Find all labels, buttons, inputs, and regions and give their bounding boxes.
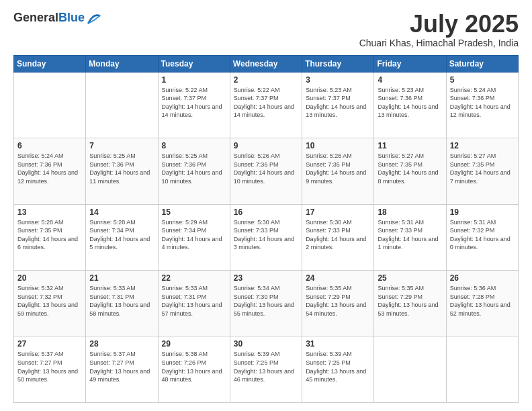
day-info: Sunrise: 5:31 AM Sunset: 7:33 PM Dayligh… (378, 218, 442, 252)
table-row: 4 Sunrise: 5:23 AM Sunset: 7:36 PM Dayli… (374, 72, 446, 138)
day-info: Sunrise: 5:24 AM Sunset: 7:36 PM Dayligh… (17, 152, 82, 185)
daylight-text: Daylight: 14 hours and 5 minutes. (89, 236, 150, 251)
day-info: Sunrise: 5:33 AM Sunset: 7:31 PM Dayligh… (89, 284, 154, 318)
table-row: 18 Sunrise: 5:31 AM Sunset: 7:33 PM Dayl… (374, 204, 446, 270)
page: GeneralBlue July 2025 Chuari Khas, Himac… (0, 0, 532, 411)
daylight-text: Daylight: 14 hours and 6 minutes. (17, 236, 78, 251)
day-number: 5 (450, 75, 515, 85)
title-block: July 2025 Chuari Khas, Himachal Pradesh,… (359, 11, 519, 48)
day-number: 19 (450, 208, 515, 217)
day-info: Sunrise: 5:22 AM Sunset: 7:37 PM Dayligh… (234, 86, 298, 120)
day-number: 7 (89, 141, 154, 150)
sunrise-text: Sunrise: 5:23 AM (378, 87, 424, 93)
sunrise-text: Sunrise: 5:27 AM (378, 152, 424, 159)
logo-general: GeneralBlue (13, 11, 85, 25)
day-number: 26 (450, 273, 515, 283)
day-info: Sunrise: 5:29 AM Sunset: 7:34 PM Dayligh… (162, 218, 226, 252)
table-row: 1 Sunrise: 5:22 AM Sunset: 7:37 PM Dayli… (158, 72, 230, 138)
sunset-text: Sunset: 7:36 PM (17, 161, 62, 168)
day-number: 15 (162, 208, 226, 217)
sunset-text: Sunset: 7:31 PM (89, 293, 134, 300)
sunset-text: Sunset: 7:30 PM (234, 293, 279, 300)
daylight-text: Daylight: 14 hours and 3 minutes. (234, 236, 294, 251)
day-number: 31 (306, 339, 370, 349)
daylight-text: Daylight: 13 hours and 49 minutes. (89, 368, 150, 383)
sunset-text: Sunset: 7:26 PM (162, 359, 207, 366)
table-row: 23 Sunrise: 5:34 AM Sunset: 7:30 PM Dayl… (230, 271, 302, 336)
sunset-text: Sunset: 7:36 PM (450, 95, 495, 101)
sunset-text: Sunset: 7:36 PM (162, 161, 207, 168)
table-row: 26 Sunrise: 5:36 AM Sunset: 7:28 PM Dayl… (446, 271, 518, 336)
calendar-week-row: 1 Sunrise: 5:22 AM Sunset: 7:37 PM Dayli… (14, 72, 519, 138)
daylight-text: Daylight: 14 hours and 12 minutes. (450, 103, 511, 119)
col-thursday: Thursday (302, 55, 374, 72)
table-row (446, 336, 518, 403)
table-row: 13 Sunrise: 5:28 AM Sunset: 7:35 PM Dayl… (14, 204, 86, 270)
daylight-text: Daylight: 14 hours and 2 minutes. (306, 236, 366, 251)
table-row: 5 Sunrise: 5:24 AM Sunset: 7:36 PM Dayli… (446, 72, 518, 138)
sunrise-text: Sunrise: 5:36 AM (450, 285, 496, 291)
daylight-text: Daylight: 14 hours and 10 minutes. (234, 169, 294, 185)
sunset-text: Sunset: 7:35 PM (17, 227, 62, 234)
table-row: 30 Sunrise: 5:39 AM Sunset: 7:25 PM Dayl… (230, 336, 302, 403)
sunrise-text: Sunrise: 5:28 AM (89, 219, 136, 226)
day-info: Sunrise: 5:23 AM Sunset: 7:37 PM Dayligh… (306, 86, 370, 120)
sunrise-text: Sunrise: 5:32 AM (17, 285, 64, 291)
table-row: 27 Sunrise: 5:37 AM Sunset: 7:27 PM Dayl… (14, 336, 86, 403)
daylight-text: Daylight: 13 hours and 46 minutes. (234, 368, 294, 383)
day-number: 10 (306, 141, 370, 150)
daylight-text: Daylight: 14 hours and 12 minutes. (17, 169, 78, 185)
table-row: 25 Sunrise: 5:35 AM Sunset: 7:29 PM Dayl… (374, 271, 446, 336)
day-number: 23 (234, 273, 298, 283)
table-row (374, 336, 446, 403)
day-info: Sunrise: 5:35 AM Sunset: 7:29 PM Dayligh… (378, 284, 442, 318)
sunset-text: Sunset: 7:34 PM (162, 227, 207, 234)
sunrise-text: Sunrise: 5:39 AM (306, 351, 352, 357)
sunrise-text: Sunrise: 5:25 AM (162, 152, 208, 159)
day-info: Sunrise: 5:22 AM Sunset: 7:37 PM Dayligh… (162, 86, 226, 120)
sunset-text: Sunset: 7:29 PM (306, 293, 351, 300)
day-number: 29 (162, 339, 226, 349)
daylight-text: Daylight: 14 hours and 11 minutes. (89, 169, 150, 185)
col-wednesday: Wednesday (230, 55, 302, 72)
sunset-text: Sunset: 7:31 PM (162, 293, 207, 300)
daylight-text: Daylight: 13 hours and 58 minutes. (89, 302, 150, 317)
day-info: Sunrise: 5:28 AM Sunset: 7:34 PM Dayligh… (89, 218, 154, 252)
day-info: Sunrise: 5:37 AM Sunset: 7:27 PM Dayligh… (17, 350, 82, 383)
table-row: 29 Sunrise: 5:38 AM Sunset: 7:26 PM Dayl… (158, 336, 230, 403)
day-info: Sunrise: 5:27 AM Sunset: 7:35 PM Dayligh… (378, 152, 442, 185)
day-info: Sunrise: 5:27 AM Sunset: 7:35 PM Dayligh… (450, 152, 515, 185)
day-number: 24 (306, 273, 370, 283)
table-row: 19 Sunrise: 5:31 AM Sunset: 7:32 PM Dayl… (446, 204, 518, 270)
sunrise-text: Sunrise: 5:22 AM (162, 87, 208, 93)
day-info: Sunrise: 5:33 AM Sunset: 7:31 PM Dayligh… (162, 284, 226, 318)
day-number: 30 (234, 339, 298, 349)
month-title: July 2025 (359, 11, 519, 38)
col-sunday: Sunday (14, 55, 86, 72)
sunrise-text: Sunrise: 5:33 AM (89, 285, 136, 291)
day-info: Sunrise: 5:30 AM Sunset: 7:33 PM Dayligh… (234, 218, 298, 252)
day-number: 11 (378, 141, 442, 150)
daylight-text: Daylight: 13 hours and 55 minutes. (234, 302, 294, 317)
sunrise-text: Sunrise: 5:25 AM (89, 152, 136, 159)
sunset-text: Sunset: 7:35 PM (306, 161, 351, 168)
sunrise-text: Sunrise: 5:24 AM (17, 152, 64, 159)
day-info: Sunrise: 5:24 AM Sunset: 7:36 PM Dayligh… (450, 86, 515, 120)
calendar-header-row: Sunday Monday Tuesday Wednesday Thursday… (14, 55, 519, 72)
daylight-text: Daylight: 14 hours and 13 minutes. (306, 103, 366, 119)
table-row: 28 Sunrise: 5:37 AM Sunset: 7:27 PM Dayl… (86, 336, 158, 403)
sunset-text: Sunset: 7:37 PM (162, 95, 207, 101)
day-number: 4 (378, 75, 442, 85)
col-saturday: Saturday (446, 55, 518, 72)
sunrise-text: Sunrise: 5:31 AM (378, 219, 424, 226)
sunrise-text: Sunrise: 5:37 AM (89, 351, 136, 357)
table-row: 15 Sunrise: 5:29 AM Sunset: 7:34 PM Dayl… (158, 204, 230, 270)
calendar-table: Sunday Monday Tuesday Wednesday Thursday… (13, 55, 519, 403)
day-number: 3 (306, 75, 370, 85)
day-info: Sunrise: 5:25 AM Sunset: 7:36 PM Dayligh… (89, 152, 154, 185)
sunrise-text: Sunrise: 5:35 AM (378, 285, 424, 291)
col-tuesday: Tuesday (158, 55, 230, 72)
location: Chuari Khas, Himachal Pradesh, India (359, 38, 519, 48)
daylight-text: Daylight: 13 hours and 48 minutes. (162, 368, 222, 383)
table-row: 21 Sunrise: 5:33 AM Sunset: 7:31 PM Dayl… (86, 271, 158, 336)
